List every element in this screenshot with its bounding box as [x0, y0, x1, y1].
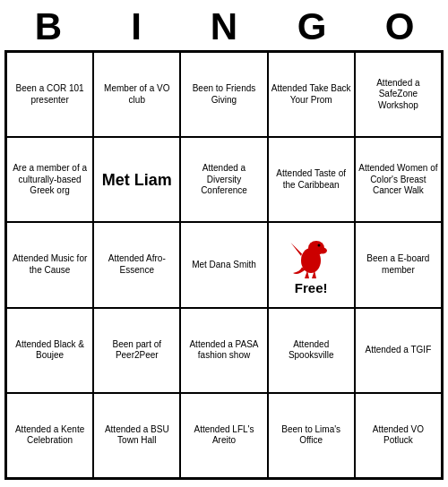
bingo-cell-18[interactable]: Attended Spooksville [268, 308, 355, 393]
bingo-cell-5[interactable]: Are a member of a culturally-based Greek… [6, 137, 93, 222]
bingo-grid: Been a COR 101 presenterMember of a VO c… [4, 50, 444, 480]
bingo-cell-15[interactable]: Attended Black & Boujee [6, 308, 93, 393]
svg-point-3 [318, 247, 327, 253]
bingo-cell-8[interactable]: Attended Taste of the Caribbean [268, 137, 355, 222]
bingo-cell-9[interactable]: Attended Women of Color's Breast Cancer … [355, 137, 442, 222]
bingo-cell-16[interactable]: Been part of Peer2Peer [93, 308, 180, 393]
svg-marker-0 [291, 243, 303, 256]
bingo-cell-1[interactable]: Member of a VO club [93, 52, 180, 137]
bingo-cell-22[interactable]: Attended LFL's Areito [180, 393, 267, 478]
bingo-cell-11[interactable]: Attended Afro-Essence [93, 222, 180, 307]
svg-point-4 [318, 244, 321, 246]
bingo-cell-14[interactable]: Been a E-board member [355, 222, 442, 307]
bingo-cell-4[interactable]: Attended a SafeZone Workshop [355, 52, 442, 137]
bingo-cell-19[interactable]: Attended a TGIF [355, 308, 442, 393]
bingo-cell-13[interactable]: Free! [268, 222, 355, 307]
bingo-cell-2[interactable]: Been to Friends Giving [180, 52, 267, 137]
bingo-cell-6[interactable]: Met Liam [93, 137, 180, 222]
bingo-cell-0[interactable]: Been a COR 101 presenter [6, 52, 93, 137]
bingo-title: B I N G O [4, 0, 444, 50]
bingo-cell-21[interactable]: Attended a BSU Town Hall [93, 393, 180, 478]
letter-n: N [189, 5, 259, 48]
bingo-cell-7[interactable]: Attended a Diversity Conference [180, 137, 267, 222]
bingo-cell-12[interactable]: Met Dana Smith [180, 222, 267, 307]
letter-o: O [365, 5, 435, 48]
letter-b: B [13, 5, 83, 48]
bingo-cell-23[interactable]: Been to Lima's Office [268, 393, 355, 478]
bingo-cell-17[interactable]: Attended a PASA fashion show [180, 308, 267, 393]
bingo-cell-24[interactable]: Attended VO Potluck [355, 393, 442, 478]
bingo-cell-3[interactable]: Attended Take Back Your Prom [268, 52, 355, 137]
letter-i: I [101, 5, 171, 48]
bingo-cell-10[interactable]: Attended Music for the Cause [6, 222, 93, 307]
letter-g: G [277, 5, 347, 48]
bingo-cell-20[interactable]: Attended a Kente Celebration [6, 393, 93, 478]
